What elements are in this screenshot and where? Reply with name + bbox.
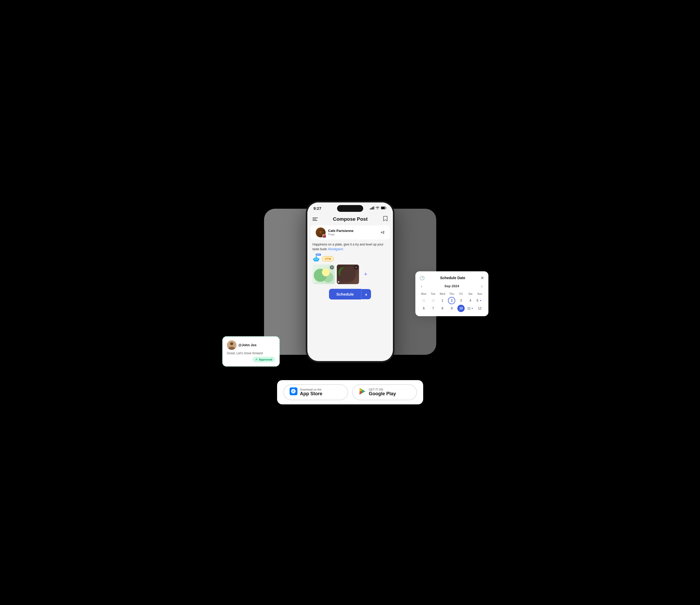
plus-count[interactable]: +2 (381, 230, 384, 234)
approval-badge-label: Approved (259, 358, 272, 361)
dow-mon: Mon (420, 292, 428, 296)
utm-chip[interactable]: UTM (322, 256, 334, 261)
approval-username: @John Jos (239, 343, 257, 347)
svg-rect-12 (317, 259, 318, 259)
clock-icon: 🕐 (420, 276, 425, 280)
robot-icon-wrap: NEW (312, 255, 320, 262)
svg-rect-19 (230, 343, 233, 345)
phone-frame: 9:27 (306, 201, 395, 363)
dynamic-island (337, 205, 363, 212)
store-badges: 🅐 Download on the App Store GET IT ON Go… (277, 380, 423, 404)
cal-day-3[interactable]: 3 (457, 297, 465, 304)
cal-day-30-aug[interactable]: 30 (429, 297, 437, 304)
approval-avatar (227, 341, 236, 350)
cal-day-2[interactable]: 2 (448, 297, 455, 304)
main-scene: 9:27 (259, 201, 442, 404)
calendar-title: Schedule Date (440, 276, 465, 280)
media-row: ✕ ▶ ✕ ▶ + (307, 264, 393, 287)
svg-rect-15 (313, 258, 314, 260)
app-store-sub: Download on the (300, 388, 323, 391)
calendar-header: 🕐 Schedule Date ✕ (420, 276, 484, 280)
account-avatar: 📷 (316, 227, 326, 237)
calendar-month: Sep 2024 (444, 284, 459, 288)
cal-day-6[interactable]: 6 (420, 305, 427, 312)
schedule-chevron-button[interactable]: ▲ (361, 289, 371, 299)
dow-fri: Fri (456, 292, 466, 296)
account-row[interactable]: 📷 Cafe Parisienne Page +2 (310, 225, 390, 240)
signal-icon (370, 206, 374, 210)
account-type: Page (328, 233, 354, 236)
svg-rect-1 (371, 208, 372, 209)
remove-media-1[interactable]: ✕ (330, 265, 334, 270)
cal-day-9[interactable]: 9 (448, 305, 455, 312)
apple-icon: 🅐 (290, 387, 297, 397)
svg-rect-3 (373, 206, 374, 209)
remove-media-2[interactable]: ✕ (354, 265, 358, 270)
dow-thu: Thu (447, 292, 456, 296)
svg-rect-6 (385, 207, 386, 208)
calendar-prev-button[interactable]: ‹ (420, 284, 424, 289)
google-play-text: GET IT ON Google Play (369, 388, 396, 397)
cal-day-12[interactable]: 12 (476, 305, 483, 312)
svg-rect-11 (315, 259, 316, 259)
add-media-button[interactable]: + (361, 270, 371, 279)
svg-rect-0 (370, 208, 371, 209)
account-details: Cafe Parisienne Page (328, 229, 354, 236)
calendar-popup: 🕐 Schedule Date ✕ ‹ Sep 2024 › Mon Tue W… (415, 271, 489, 316)
app-store-button[interactable]: 🅐 Download on the App Store (283, 384, 348, 400)
svg-point-9 (320, 232, 321, 232)
cal-day-31-aug[interactable]: 31 (420, 297, 427, 304)
google-play-sub: GET IT ON (369, 388, 396, 391)
svg-rect-2 (372, 207, 373, 209)
media-thumb-1[interactable]: ✕ ▶ (312, 264, 335, 284)
cal-day-10[interactable]: 10 (457, 305, 465, 312)
app-store-text: Download on the App Store (300, 388, 323, 397)
approval-user-row: @John Jos (227, 341, 275, 350)
cal-day-1[interactable]: 1 (439, 297, 446, 304)
schedule-button[interactable]: Schedule (329, 289, 361, 300)
wifi-icon (375, 206, 380, 210)
dow-tue: Tue (429, 292, 438, 296)
calendar-grid: Mon Tue Wed Thu Fri Sat Sun 31 30 1 2 3 … (420, 292, 484, 312)
calendar-next-button[interactable]: › (480, 284, 484, 289)
schedule-button-row: Schedule ▲ (307, 287, 393, 303)
phone-screen: 9:27 (307, 202, 393, 361)
dow-sat: Sat (466, 292, 475, 296)
menu-button[interactable] (312, 218, 318, 221)
new-badge: NEW (316, 254, 321, 256)
cal-day-4[interactable]: 4 (467, 297, 474, 304)
account-info: 📷 Cafe Parisienne Page (316, 227, 354, 237)
status-time: 9:27 (314, 206, 321, 210)
utm-row: NEW UTM (307, 254, 393, 264)
google-play-icon (358, 387, 366, 397)
approval-message: Great, Let's move forward (227, 351, 275, 355)
svg-rect-10 (314, 258, 319, 261)
google-play-main: Google Play (369, 391, 396, 397)
svg-rect-5 (381, 207, 385, 209)
approval-badge: ✓ Approved (253, 357, 275, 362)
bookmark-icon[interactable] (383, 216, 388, 223)
cal-day-11[interactable]: 11 (467, 305, 474, 312)
page-title: Compose Post (333, 216, 368, 222)
media-thumb-2[interactable]: ✕ ▶ (337, 264, 359, 284)
svg-rect-16 (319, 258, 319, 260)
app-header: Compose Post (307, 212, 393, 225)
dow-wed: Wed (438, 292, 447, 296)
calendar-month-row: ‹ Sep 2024 › (420, 284, 484, 289)
account-name: Cafe Parisienne (328, 229, 354, 233)
play-icon-1: ▶ (314, 280, 316, 283)
google-play-button[interactable]: GET IT ON Google Play (352, 384, 417, 400)
cal-day-5[interactable]: 5 (476, 297, 483, 304)
calendar-close-button[interactable]: ✕ (481, 276, 484, 280)
dow-sun: Sun (475, 292, 484, 296)
approval-card: @John Jos Great, Let's move forward ✓ Ap… (222, 336, 280, 367)
battery-icon (381, 206, 387, 210)
app-store-main: App Store (300, 391, 323, 397)
svg-point-14 (316, 256, 317, 257)
hashtag: #foodgasm (328, 247, 343, 251)
post-text-area[interactable]: Happiness on a plate, give it a try and … (307, 240, 393, 254)
status-icons (370, 206, 387, 210)
cal-day-7[interactable]: 7 (429, 305, 437, 312)
play-icon-2: ▶ (338, 280, 340, 283)
cal-day-8[interactable]: 8 (439, 305, 446, 312)
